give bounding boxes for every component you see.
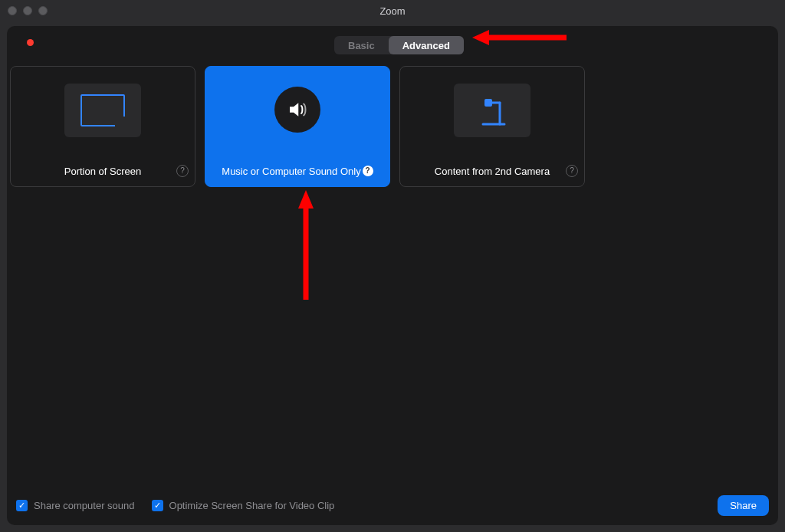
speaker-icon [274,87,320,133]
share-button[interactable]: Share [718,495,769,516]
checkbox-label: Optimize Screen Share for Video Clip [169,500,335,511]
card-label: Content from 2nd Camera [435,166,550,177]
footer: ✓ Share computer sound ✓ Optimize Screen… [7,490,778,525]
titlebar: Zoom [0,0,785,21]
checkmark-icon: ✓ [152,500,163,511]
checkbox-optimize-video-clip[interactable]: ✓ Optimize Screen Share for Video Clip [152,500,335,511]
record-indicator-icon [27,39,34,46]
share-panel: Basic Advanced + Portion of Screen ? [7,26,778,525]
minimize-window-dot[interactable] [23,6,32,15]
tab-switcher: Basic Advanced [334,36,464,54]
card-second-camera[interactable]: Content from 2nd Camera ? [399,66,585,187]
checkbox-label: Share computer sound [34,500,135,511]
card-label: Music or Computer Sound Only [222,166,360,177]
share-options: + Portion of Screen ? Music or Computer … [10,66,775,187]
svg-rect-0 [484,99,492,107]
portion-of-screen-icon: + [64,84,141,137]
maximize-window-dot[interactable] [38,6,48,15]
document-camera-icon [454,84,530,137]
tab-basic[interactable]: Basic [334,36,389,54]
card-label: Portion of Screen [64,166,141,177]
checkbox-share-computer-sound[interactable]: ✓ Share computer sound [16,500,135,511]
help-icon[interactable]: ? [566,165,578,177]
close-window-dot[interactable] [8,6,17,15]
help-icon[interactable]: ? [176,165,189,177]
checkmark-icon: ✓ [16,500,28,511]
card-portion-of-screen[interactable]: + Portion of Screen ? [10,66,195,187]
tab-advanced[interactable]: Advanced [389,36,464,54]
help-icon[interactable]: ? [363,166,373,176]
window-title: Zoom [379,5,405,17]
window-controls [8,6,48,15]
card-computer-sound-only[interactable]: Music or Computer Sound Only ? [205,66,390,187]
